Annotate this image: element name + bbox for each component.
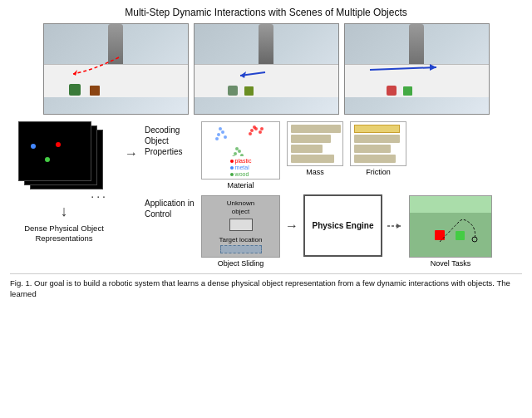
svg-point-17 [238, 150, 241, 153]
down-arrow: ↓ [61, 203, 68, 220]
robot-image-3 [344, 23, 490, 115]
friction-bars [354, 135, 402, 163]
svg-point-7 [249, 132, 252, 135]
friction-xlabel: Friction [366, 168, 391, 176]
nt-traj-svg [410, 196, 491, 257]
mass-col: Mass [287, 121, 343, 176]
mass-bar-4 [291, 155, 334, 163]
mass-bar-1 [291, 125, 341, 133]
svg-point-8 [259, 130, 262, 134]
novel-tasks-box [409, 195, 492, 258]
stacked-screens: ··· [18, 121, 110, 196]
control-row: Application in Control Unknownobject Tar… [145, 194, 522, 268]
ellipsis: ··· [91, 189, 108, 203]
svg-marker-4 [430, 64, 436, 71]
mass-bar-3 [291, 145, 323, 153]
friction-bar-3 [354, 155, 396, 163]
unknown-obj-box [229, 219, 253, 232]
mass-xlabel: Mass [306, 168, 324, 176]
mass-box [287, 121, 343, 166]
mass-bars [291, 125, 339, 163]
dense-to-decoding-arrow: → [125, 121, 138, 161]
novel-tasks-inner [410, 196, 491, 257]
plastic-dot [230, 160, 234, 163]
svg-marker-22 [397, 224, 401, 229]
svg-point-10 [260, 127, 264, 130]
svg-point-9 [253, 125, 256, 129]
sliding-to-physics-arrow: → [285, 219, 298, 245]
svg-point-19 [240, 154, 244, 156]
object-sliding-label: Object Sliding [218, 259, 264, 268]
robot-image-2 [194, 23, 339, 115]
decoding-row: Decoding Object Properties [145, 121, 522, 189]
metal-dot [230, 166, 234, 170]
caption-text: Fig. 1. Our goal is to build a robotic s… [10, 278, 510, 298]
novel-tasks-label: Novel Tasks [431, 259, 470, 268]
middle-section: ··· ↓ Dense Physical Object Representati… [10, 121, 522, 268]
scatter-svg [202, 122, 279, 156]
material-col: plastic metal wood Materi [201, 121, 280, 189]
dense-physical-col: ··· ↓ Dense Physical Object Representati… [10, 121, 118, 244]
physics-engine-box: Physics Engine [303, 194, 382, 257]
material-legend: plastic metal wood [227, 156, 255, 179]
svg-marker-0 [73, 70, 77, 76]
wood-label: wood [235, 171, 249, 177]
svg-line-3 [370, 67, 436, 70]
physics-to-novel-arrow [387, 220, 404, 243]
wood-dot [230, 173, 234, 176]
material-xlabel: Material [227, 181, 254, 189]
svg-point-16 [234, 152, 237, 155]
target-region [220, 245, 262, 253]
main-title: Multi-Step Dynamic Interactions with Sce… [10, 7, 522, 18]
svg-point-15 [219, 127, 222, 130]
svg-point-5 [250, 129, 254, 132]
control-boxes-row: Unknownobject Target location Object Sli… [201, 194, 492, 268]
dense-label: Dense Physical Object Representations [10, 224, 118, 244]
svg-point-18 [232, 155, 235, 156]
screen-front [18, 121, 91, 181]
decoding-label: Decoding Object Properties [145, 121, 195, 157]
caption-box: Fig. 1. Our goal is to build a robotic s… [10, 273, 522, 300]
dot-blue-3 [31, 144, 36, 149]
svg-point-20 [235, 147, 239, 150]
friction-bar-highlight [354, 125, 400, 133]
friction-bar-2 [354, 145, 391, 153]
arrow-svg-1 [44, 24, 188, 114]
friction-bar-1 [354, 135, 400, 143]
mass-bar-2 [291, 135, 331, 143]
metal-label: metal [235, 165, 249, 170]
page-container: Multi-Step Dynamic Interactions with Sce… [0, 0, 532, 418]
object-sliding-box: Unknownobject Target location [201, 195, 280, 258]
object-sliding-col: Unknownobject Target location Object Sli… [201, 195, 280, 268]
physics-engine-col: Physics Engine [303, 194, 382, 268]
arrow-svg-2 [195, 24, 338, 114]
novel-tasks-col: Novel Tasks [409, 195, 492, 268]
robot-images-row [10, 23, 522, 115]
svg-point-12 [221, 130, 224, 134]
target-location-label: Target location [219, 236, 262, 243]
plastic-label: plastic [235, 158, 252, 164]
svg-point-13 [215, 137, 219, 140]
friction-box [350, 121, 406, 166]
unknown-obj-label: Unknownobject [227, 199, 254, 217]
svg-point-11 [217, 133, 220, 136]
svg-point-14 [224, 135, 227, 139]
dot-red-3 [56, 142, 61, 147]
friction-col: Friction [350, 121, 406, 176]
control-label: Application in Control [145, 194, 195, 219]
right-col: Decoding Object Properties [145, 121, 522, 268]
material-box: plastic metal wood [201, 121, 280, 179]
dot-green-3 [45, 157, 50, 162]
arrow-svg-3 [345, 24, 489, 114]
robot-image-1 [43, 23, 189, 115]
material-scatter [202, 122, 279, 156]
